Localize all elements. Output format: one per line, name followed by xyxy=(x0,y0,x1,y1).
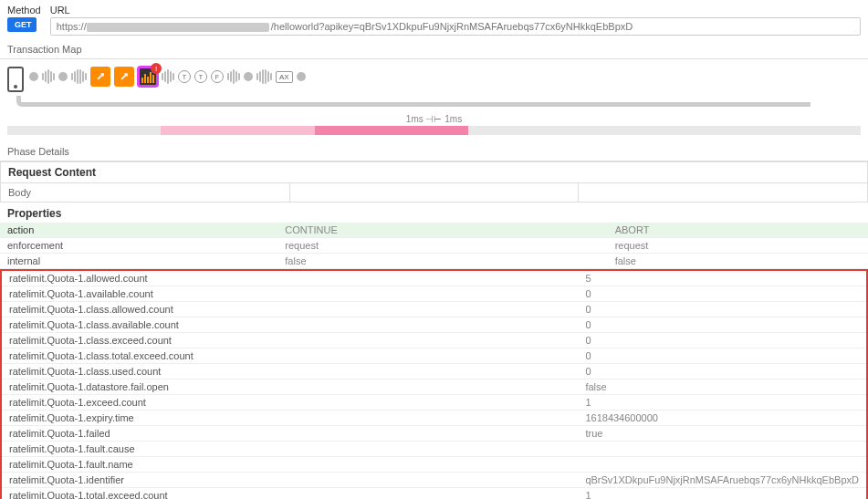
property-key: ratelimit.Quota-1.class.available.count xyxy=(2,317,269,333)
property-key: ratelimit.Quota-1.available.count xyxy=(2,286,269,302)
property-value-col1 xyxy=(269,426,578,442)
property-key: ratelimit.Quota-1.fault.name xyxy=(2,457,269,473)
timeline-segment[interactable] xyxy=(315,126,468,135)
property-value-col2 xyxy=(578,442,866,457)
property-key: action xyxy=(0,223,277,238)
property-value-col2: 0 xyxy=(578,317,866,333)
flow-circle-f[interactable]: F xyxy=(211,70,224,83)
property-row[interactable]: actionCONTINUEABORT xyxy=(0,223,868,238)
property-row[interactable]: ratelimit.Quota-1.class.allowed.count0 xyxy=(2,302,866,317)
property-value-col1 xyxy=(269,379,578,395)
property-key: ratelimit.Quota-1.identifier xyxy=(2,473,269,488)
property-row[interactable]: ratelimit.Quota-1.class.exceed.count0 xyxy=(2,333,866,348)
property-key: enforcement xyxy=(0,238,277,254)
property-row[interactable]: ratelimit.Quota-1.failedtrue xyxy=(2,426,866,442)
property-value-col1 xyxy=(269,473,578,488)
property-value-col1 xyxy=(269,333,578,348)
flow-circle-t[interactable]: T xyxy=(178,70,191,83)
property-value-col2: 0 xyxy=(578,333,866,348)
flow-dot[interactable] xyxy=(29,72,38,81)
quota-policy-step-icon[interactable]: ! xyxy=(138,67,158,87)
flow-connector xyxy=(256,69,272,84)
property-key: internal xyxy=(0,254,277,269)
property-value-col2: request xyxy=(608,238,868,254)
property-value-col1: false xyxy=(277,254,607,269)
property-value-col1 xyxy=(269,271,578,286)
property-value-col2: 5 xyxy=(578,271,866,286)
phase-details-header: Phase Details xyxy=(0,142,868,161)
property-value-col1 xyxy=(269,457,578,473)
property-key: ratelimit.Quota-1.datastore.fail.open xyxy=(2,379,269,395)
properties-header: Properties xyxy=(0,203,868,223)
property-value-col2: qBrSv1XDkpuFu9NjxjRnMSAFAruebqs77cx6yNHk… xyxy=(578,473,866,488)
property-key: ratelimit.Quota-1.expiry.time xyxy=(2,411,269,426)
client-icon[interactable] xyxy=(7,67,24,92)
property-value-col2: ABORT xyxy=(608,223,868,238)
flow-ax-badge[interactable]: AX xyxy=(276,71,293,83)
timeline: 1ms ⊣⊢ 1ms xyxy=(0,114,868,142)
url-obscured-host xyxy=(87,23,269,32)
flow-dot[interactable] xyxy=(297,72,306,81)
property-row[interactable]: ratelimit.Quota-1.total.exceed.count1 xyxy=(2,488,866,499)
flow-dot[interactable] xyxy=(244,72,253,81)
property-value-col2: 0 xyxy=(578,364,866,379)
properties-table-top: actionCONTINUEABORTenforcementrequestreq… xyxy=(0,223,868,269)
property-value-col1 xyxy=(269,348,578,364)
property-value-col1: request xyxy=(277,238,607,254)
property-row[interactable]: ratelimit.Quota-1.available.count0 xyxy=(2,286,866,302)
flow-connector xyxy=(227,69,240,84)
property-row[interactable]: internalfalsefalse xyxy=(0,254,868,269)
property-row[interactable]: ratelimit.Quota-1.class.available.count0 xyxy=(2,317,866,333)
property-row[interactable]: ratelimit.Quota-1.allowed.count5 xyxy=(2,271,866,286)
flow-dot[interactable] xyxy=(58,72,68,81)
flow-connector xyxy=(71,69,87,84)
properties-table-quota: ratelimit.Quota-1.allowed.count5ratelimi… xyxy=(2,271,866,499)
property-value-col1 xyxy=(269,442,578,457)
property-key: ratelimit.Quota-1.total.exceed.count xyxy=(2,488,269,499)
property-value-col1 xyxy=(269,317,578,333)
property-value-col2: 0 xyxy=(578,302,866,317)
timeline-bar[interactable] xyxy=(7,126,861,135)
property-row[interactable]: ratelimit.Quota-1.fault.cause xyxy=(2,442,866,457)
property-row[interactable]: enforcementrequestrequest xyxy=(0,238,868,254)
timeline-segment[interactable] xyxy=(7,126,161,135)
quota-properties-highlight: ratelimit.Quota-1.allowed.count5ratelimi… xyxy=(0,269,868,499)
transaction-map-header: Transaction Map xyxy=(0,40,868,59)
flow-circle-t[interactable]: T xyxy=(194,70,207,83)
property-row[interactable]: ratelimit.Quota-1.exceed.count1 xyxy=(2,395,866,411)
property-row[interactable]: ratelimit.Quota-1.class.used.count0 xyxy=(2,364,866,379)
property-value-col2: 0 xyxy=(578,348,866,364)
url-suffix: /helloworld?apikey=qBrSv1XDkpuFu9NjxjRnM… xyxy=(271,21,633,32)
property-key: ratelimit.Quota-1.class.allowed.count xyxy=(2,302,269,317)
property-value-col2: 1618434600000 xyxy=(578,411,866,426)
property-row[interactable]: ratelimit.Quota-1.datastore.fail.openfal… xyxy=(2,379,866,395)
http-method-badge: GET xyxy=(7,17,37,32)
property-key: ratelimit.Quota-1.class.exceed.count xyxy=(2,333,269,348)
transaction-map: ! T T F AX xyxy=(0,59,868,114)
policy-step-icon[interactable] xyxy=(90,67,110,87)
request-bar: Method GET URL https:///helloworld?apike… xyxy=(0,0,868,40)
property-value-col1 xyxy=(269,488,578,499)
property-key: ratelimit.Quota-1.class.used.count xyxy=(2,364,269,379)
property-value-col2: false xyxy=(578,379,866,395)
timeline-label: 1ms ⊣⊢ 1ms xyxy=(7,114,861,124)
property-value-col1 xyxy=(269,411,578,426)
property-key: ratelimit.Quota-1.allowed.count xyxy=(2,271,269,286)
property-value-col2: 1 xyxy=(578,488,866,499)
property-key: ratelimit.Quota-1.class.total.exceed.cou… xyxy=(2,348,269,364)
policy-step-icon[interactable] xyxy=(114,67,134,87)
body-cell-empty xyxy=(290,183,580,202)
property-row[interactable]: ratelimit.Quota-1.class.total.exceed.cou… xyxy=(2,348,866,364)
property-row[interactable]: ratelimit.Quota-1.identifierqBrSv1XDkpuF… xyxy=(2,473,866,488)
property-value-col1 xyxy=(269,395,578,411)
property-value-col1 xyxy=(269,364,578,379)
property-row[interactable]: ratelimit.Quota-1.fault.name xyxy=(2,457,866,473)
timeline-segment[interactable] xyxy=(161,126,314,135)
flow-path: ! T T F AX xyxy=(29,67,306,87)
property-value-col1 xyxy=(269,286,578,302)
property-value-col2: 0 xyxy=(578,286,866,302)
property-row[interactable]: ratelimit.Quota-1.expiry.time16184346000… xyxy=(2,411,866,426)
timeline-segment[interactable] xyxy=(468,126,861,135)
method-label: Method xyxy=(7,5,41,16)
url-input[interactable]: https:///helloworld?apikey=qBrSv1XDkpuFu… xyxy=(50,17,861,36)
